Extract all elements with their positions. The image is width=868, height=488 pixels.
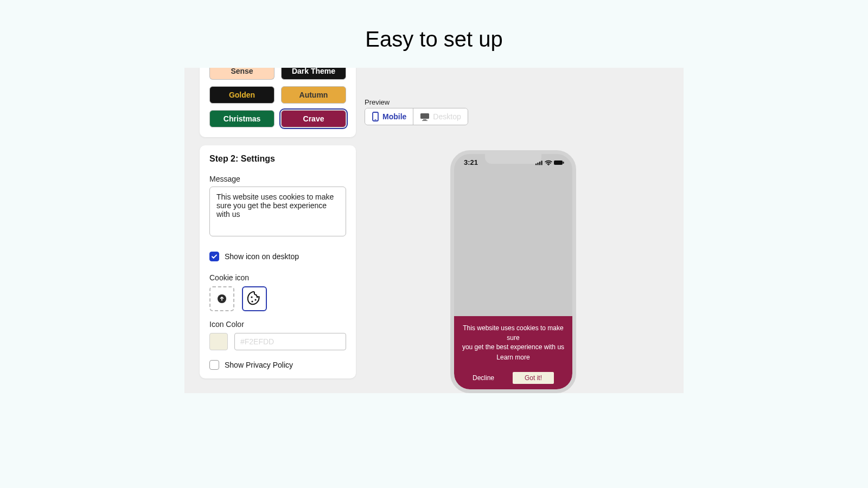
show-privacy-label: Show Privacy Policy <box>225 361 293 369</box>
svg-point-4 <box>257 297 258 298</box>
svg-rect-8 <box>423 119 426 120</box>
cookie-icon-label: Cookie icon <box>209 273 346 282</box>
icon-color-label: Icon Color <box>209 320 346 329</box>
svg-rect-11 <box>538 163 539 165</box>
svg-point-3 <box>251 300 253 302</box>
svg-rect-16 <box>563 162 564 164</box>
settings-card: Step 2: Settings Message Show icon on de… <box>200 145 356 378</box>
phone-status-icons <box>535 160 565 165</box>
preview-label: Preview <box>365 98 390 106</box>
cookie-banner: This website uses cookies to make sure y… <box>454 316 572 389</box>
message-label: Message <box>209 175 346 183</box>
cookie-icon <box>246 291 263 307</box>
svg-point-1 <box>251 296 252 298</box>
show-icon-checkbox[interactable] <box>209 252 219 261</box>
theme-dark-theme[interactable]: Dark Theme <box>281 68 346 80</box>
preview-device-segment: Mobile Desktop <box>365 108 468 125</box>
upload-icon-slot[interactable] <box>209 286 234 311</box>
preview-mobile-tab[interactable]: Mobile <box>365 108 413 125</box>
theme-sense[interactable]: Sense <box>209 68 275 80</box>
settings-step-heading: Step 2: Settings <box>209 154 346 164</box>
theme-christmas[interactable]: Christmas <box>209 110 275 127</box>
check-icon <box>211 253 218 260</box>
banner-message-line2: you get the best experience with us <box>462 343 564 351</box>
desktop-icon <box>420 112 430 121</box>
mobile-icon <box>372 112 379 121</box>
svg-rect-15 <box>554 160 563 165</box>
icon-color-swatch[interactable] <box>209 333 228 350</box>
preview-desktop-tab[interactable]: Desktop <box>413 108 467 125</box>
upload-arrow-icon <box>217 294 227 304</box>
show-privacy-checkbox[interactable] <box>209 360 219 370</box>
theme-crave[interactable]: Crave <box>281 110 346 127</box>
svg-point-14 <box>548 164 549 165</box>
cookie-icon-selected[interactable] <box>242 286 267 311</box>
svg-rect-13 <box>541 160 542 165</box>
theme-autumn[interactable]: Autumn <box>281 86 346 104</box>
svg-rect-12 <box>539 162 540 165</box>
svg-rect-10 <box>535 163 537 165</box>
svg-rect-7 <box>420 113 429 119</box>
banner-decline-button[interactable]: Decline <box>473 374 494 382</box>
signal-icon <box>535 160 543 165</box>
wifi-icon <box>545 160 552 165</box>
battery-icon <box>554 160 565 165</box>
phone-time: 3:21 <box>464 158 478 166</box>
page-title: Easy to set up <box>0 0 868 68</box>
banner-message-line1: This website uses cookies to make sure <box>463 324 563 341</box>
phone-preview: 3:21 This website uses cookies to make s… <box>450 150 576 393</box>
svg-rect-6 <box>375 119 376 120</box>
icon-color-input[interactable] <box>234 333 346 350</box>
preview-desktop-label: Desktop <box>433 112 461 121</box>
themes-card: Sense Dark Theme Golden Autumn Christmas… <box>200 68 356 137</box>
banner-accept-button[interactable]: Got it! <box>513 372 554 384</box>
editor-stage: Sense Dark Theme Golden Autumn Christmas… <box>184 68 684 393</box>
theme-golden[interactable]: Golden <box>209 86 275 104</box>
message-input[interactable] <box>209 187 346 236</box>
show-icon-label: Show icon on desktop <box>225 252 299 261</box>
svg-rect-9 <box>422 120 427 121</box>
preview-mobile-label: Mobile <box>382 112 406 121</box>
svg-point-2 <box>254 299 256 300</box>
banner-learn-more-link[interactable]: Learn more <box>461 353 566 362</box>
